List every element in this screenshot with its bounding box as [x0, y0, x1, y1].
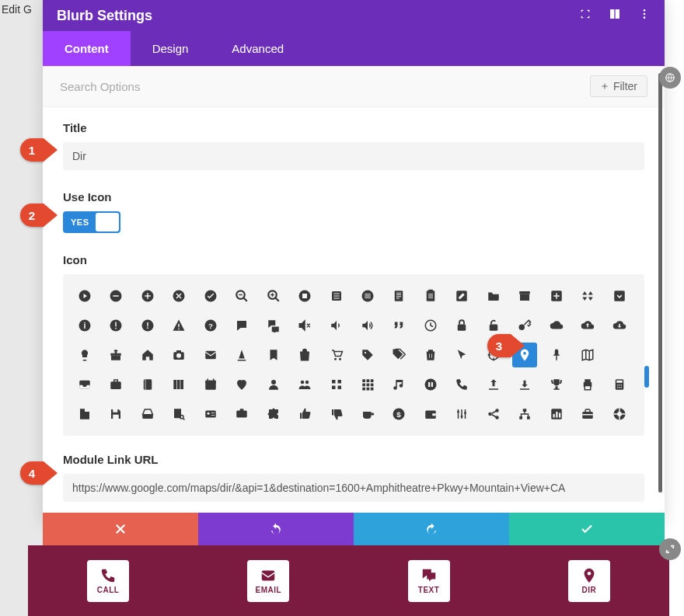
home-icon[interactable]: [135, 343, 160, 367]
thumbs-down-icon[interactable]: [324, 402, 349, 426]
play-circle-icon[interactable]: [72, 284, 97, 308]
blurb-email[interactable]: EMAIL: [247, 560, 289, 602]
cone-icon[interactable]: [229, 343, 254, 367]
minus-circle-icon[interactable]: [103, 284, 128, 308]
coffee-icon[interactable]: [355, 402, 380, 426]
info-icon[interactable]: i: [72, 313, 97, 338]
title-input[interactable]: [63, 142, 644, 170]
bag-icon[interactable]: [292, 343, 317, 367]
blurb-text[interactable]: TEXT: [408, 560, 450, 602]
users-icon[interactable]: [292, 372, 317, 397]
camera-icon[interactable]: [166, 343, 191, 367]
clock-icon[interactable]: [418, 313, 443, 338]
warning-icon[interactable]: [166, 313, 191, 338]
save-icon[interactable]: [103, 402, 128, 426]
lifebuoy-icon[interactable]: [607, 402, 632, 426]
puzzle-icon[interactable]: [261, 402, 286, 426]
trophy-icon[interactable]: [544, 372, 569, 397]
volume-low-icon[interactable]: [324, 313, 349, 338]
alert-circle-icon[interactable]: [103, 313, 128, 338]
sort-icon[interactable]: [575, 284, 600, 308]
blurb-dir[interactable]: DIR: [568, 560, 610, 602]
toolbox-icon[interactable]: [575, 402, 600, 426]
sitemap-icon[interactable]: [512, 402, 537, 426]
hdd-icon[interactable]: [135, 402, 160, 426]
map-icon[interactable]: [575, 343, 600, 367]
expand-floating-icon[interactable]: [659, 538, 681, 560]
more-icon[interactable]: [638, 8, 651, 23]
globe-floating-icon[interactable]: [659, 67, 681, 89]
module-link-input[interactable]: [63, 474, 644, 502]
chart-icon[interactable]: [544, 402, 569, 426]
dollar-icon[interactable]: $: [386, 402, 411, 426]
add-box-icon[interactable]: [544, 284, 569, 308]
zoom-in-icon[interactable]: [261, 284, 286, 308]
document-icon[interactable]: [386, 284, 411, 308]
pause-icon[interactable]: [418, 372, 443, 397]
zoom-out-icon[interactable]: [229, 284, 254, 308]
chat-icon[interactable]: [261, 313, 286, 338]
grid-small-icon[interactable]: [324, 372, 349, 397]
columns-icon[interactable]: [609, 8, 621, 23]
search-doc-icon[interactable]: [166, 402, 191, 426]
building-icon[interactable]: [72, 402, 97, 426]
volume-mute-icon[interactable]: [292, 313, 317, 338]
grid-icon[interactable]: [355, 372, 380, 397]
cart-icon[interactable]: [324, 343, 349, 367]
inbox-icon[interactable]: [72, 372, 97, 397]
calculator-icon[interactable]: [607, 372, 632, 397]
expand-icon[interactable]: [579, 8, 592, 23]
stop-icon[interactable]: [292, 284, 317, 308]
comment-icon[interactable]: [229, 313, 254, 338]
help-icon[interactable]: ?: [198, 313, 223, 338]
book-icon[interactable]: [135, 372, 160, 397]
cloud-upload-icon[interactable]: [575, 313, 600, 338]
bookmark-icon[interactable]: [261, 343, 286, 367]
icon-scroll-indicator[interactable]: [644, 366, 649, 388]
mail-icon[interactable]: [198, 343, 223, 367]
x-circle-icon[interactable]: [166, 284, 191, 308]
trash-icon[interactable]: [418, 343, 443, 367]
tab-advanced[interactable]: Advanced: [210, 31, 305, 66]
cloud-download-icon[interactable]: [607, 313, 632, 338]
lightbulb-icon[interactable]: [72, 343, 97, 367]
check-circle-icon[interactable]: [198, 284, 223, 308]
gift-icon[interactable]: [103, 343, 128, 367]
sliders-icon[interactable]: [449, 402, 474, 426]
books-icon[interactable]: [166, 372, 191, 397]
filter-button[interactable]: Filter: [590, 75, 647, 97]
volume-high-icon[interactable]: [355, 313, 380, 338]
error-icon[interactable]: !: [135, 313, 160, 338]
calendar-icon[interactable]: [198, 372, 223, 397]
clipboard-icon[interactable]: [418, 284, 443, 308]
badge-icon[interactable]: [229, 402, 254, 426]
tag-icon[interactable]: [355, 343, 380, 367]
save-button[interactable]: [509, 513, 665, 545]
phone-icon[interactable]: [449, 372, 474, 397]
panel-scrollbar[interactable]: [658, 73, 662, 492]
list-icon[interactable]: [324, 284, 349, 308]
use-icon-toggle[interactable]: YES: [63, 211, 120, 233]
user-icon[interactable]: [261, 372, 286, 397]
plus-circle-icon[interactable]: [135, 284, 160, 308]
download-box-icon[interactable]: [607, 284, 632, 308]
wallet-icon[interactable]: [418, 402, 443, 426]
thumbs-up-icon[interactable]: [292, 402, 317, 426]
search-input[interactable]: [60, 80, 590, 93]
lock-icon[interactable]: [449, 313, 474, 338]
tags-icon[interactable]: [386, 343, 411, 367]
download-icon[interactable]: [512, 372, 537, 397]
edit-square-icon[interactable]: [449, 284, 474, 308]
cursor-icon[interactable]: [449, 343, 474, 367]
quote-icon[interactable]: [386, 313, 411, 338]
heart-icon[interactable]: [229, 372, 254, 397]
music-icon[interactable]: [386, 372, 411, 397]
cloud-icon[interactable]: [544, 313, 569, 338]
redo-button[interactable]: [354, 513, 509, 545]
printer-icon[interactable]: [575, 372, 600, 397]
pin-icon[interactable]: [544, 343, 569, 367]
undo-button[interactable]: [198, 513, 354, 545]
briefcase-icon[interactable]: [103, 372, 128, 397]
tab-content[interactable]: Content: [43, 31, 131, 66]
tab-design[interactable]: Design: [131, 31, 211, 66]
